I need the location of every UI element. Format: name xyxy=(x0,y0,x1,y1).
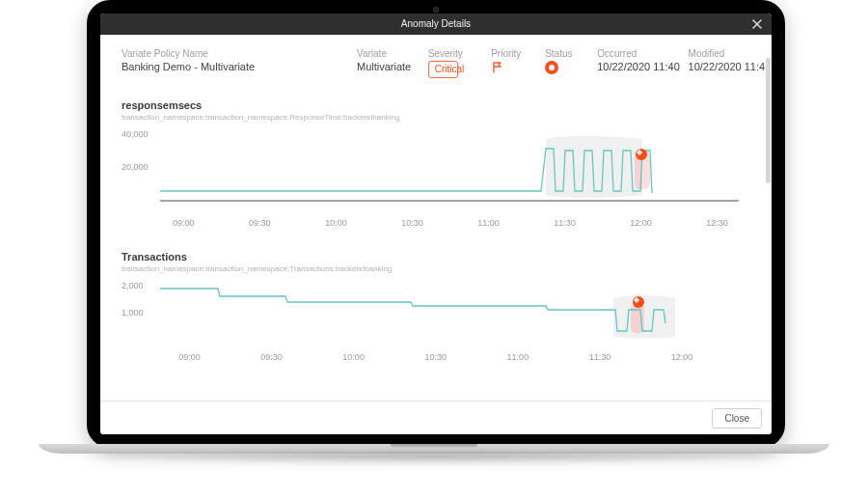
close-button[interactable]: Close xyxy=(712,408,762,429)
status-open-icon[interactable] xyxy=(545,61,558,74)
y-tick: 40,000 xyxy=(122,129,149,139)
x-tick: 11:30 xyxy=(589,352,611,362)
flag-icon[interactable] xyxy=(491,61,512,74)
chart-title: Transactions xyxy=(122,251,746,263)
y-tick: 1,000 xyxy=(122,308,144,318)
severity-label: Severity xyxy=(428,48,458,59)
x-tick: 12:00 xyxy=(671,352,693,362)
x-tick: 10:30 xyxy=(401,218,423,228)
chart-section-transactions: Transactions transaction_namespace:trans… xyxy=(122,251,746,366)
x-tick: 09:30 xyxy=(260,352,283,362)
chart-title: responsemsecs xyxy=(122,99,746,111)
chart-section-responsemsecs: responsemsecs transaction_namespace:tran… xyxy=(122,99,746,234)
laptop-base xyxy=(39,444,829,454)
variate-value: Multivariate xyxy=(357,61,395,72)
x-tick: 09:00 xyxy=(178,352,201,362)
x-tick: 09:00 xyxy=(173,218,195,228)
camera-dot xyxy=(433,7,439,13)
chart-canvas-transactions xyxy=(160,281,758,348)
window-title: Anomaly Details xyxy=(401,18,471,29)
x-tick: 10:00 xyxy=(325,218,347,228)
status-label: Status xyxy=(545,48,564,59)
x-tick: 11:00 xyxy=(477,218,500,228)
x-tick: 10:00 xyxy=(342,352,365,362)
x-tick: 11:00 xyxy=(507,352,529,362)
anomaly-summary-row: Variate Policy Name Banking Demo - Multi… xyxy=(122,48,746,78)
scrollbar-thumb[interactable] xyxy=(766,58,771,183)
variate-label: Variate xyxy=(357,48,395,59)
y-tick: 2,000 xyxy=(122,281,144,290)
severity-badge: Critical xyxy=(428,61,458,78)
x-tick: 09:30 xyxy=(249,218,271,228)
modified-label: Modified xyxy=(689,48,746,59)
close-icon[interactable] xyxy=(750,17,764,31)
modified-value: 10/22/2020 11:41 xyxy=(689,61,746,72)
policy-name-value: Banking Demo - Multivariate xyxy=(122,61,266,72)
chart-canvas-responsemsecs xyxy=(160,129,758,216)
priority-label: Priority xyxy=(491,48,512,59)
y-tick: 20,000 xyxy=(122,162,149,172)
x-tick: 11:30 xyxy=(554,218,576,228)
x-tick: 12:00 xyxy=(630,218,652,228)
anomaly-marker-icon[interactable] xyxy=(636,149,647,160)
x-tick: 10:30 xyxy=(424,352,447,362)
x-tick: 12:30 xyxy=(706,218,728,228)
window-titlebar: Anomaly Details xyxy=(100,14,772,35)
occurred-value: 10/22/2020 11:40 xyxy=(597,61,655,72)
policy-name-label: Variate Policy Name xyxy=(122,48,266,59)
occurred-label: Occurred xyxy=(597,48,655,59)
chart-subtitle: transaction_namespace:transaction_namesp… xyxy=(122,264,746,273)
dialog-footer: Close xyxy=(100,401,772,434)
chart-subtitle: transaction_namespace:transaction_namesp… xyxy=(122,113,746,122)
laptop-frame: Anomaly Details Variate Policy Name Bank… xyxy=(87,0,785,448)
anomaly-marker-icon[interactable] xyxy=(633,296,644,308)
